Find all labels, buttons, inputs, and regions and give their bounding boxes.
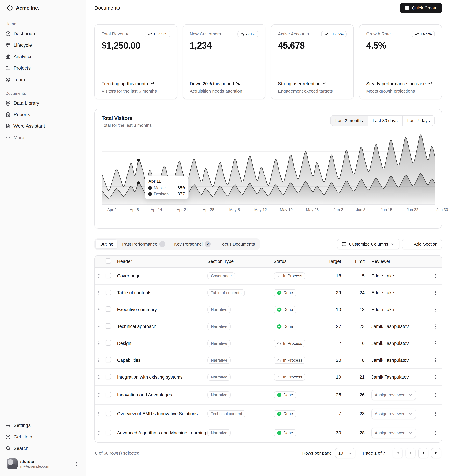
- row-checkbox[interactable]: [106, 357, 111, 362]
- row-menu-button[interactable]: [429, 411, 442, 417]
- first-page-button[interactable]: [393, 448, 403, 458]
- stat-value: 4.5%: [366, 40, 435, 51]
- limit-value[interactable]: 24: [346, 290, 369, 296]
- row-checkbox[interactable]: [106, 323, 111, 329]
- area-chart[interactable]: Apr 11 Mobile 350 Desktop 327: [101, 133, 435, 205]
- row-menu-button[interactable]: [429, 430, 442, 435]
- tab-outline[interactable]: Outline: [95, 239, 117, 249]
- assign-reviewer-select[interactable]: Assign reviewer: [371, 409, 416, 419]
- row-checkbox[interactable]: [106, 430, 111, 435]
- row-menu-button[interactable]: [429, 273, 442, 279]
- sidebar-item-team[interactable]: Team: [3, 74, 83, 85]
- add-section-button[interactable]: Add Section: [402, 239, 442, 250]
- limit-value[interactable]: 8: [346, 358, 369, 363]
- section-title[interactable]: Integration with existing systems: [117, 375, 183, 380]
- sidebar-item-lifecycle[interactable]: Lifecycle: [3, 40, 83, 51]
- sidebar-item-get-help[interactable]: Get Help: [3, 431, 83, 442]
- assign-reviewer-select[interactable]: Assign reviewer: [371, 390, 416, 400]
- limit-value[interactable]: 5: [346, 273, 369, 279]
- drag-handle[interactable]: [95, 273, 104, 279]
- row-menu-button[interactable]: [429, 307, 442, 312]
- section-title[interactable]: Innovation and Advantages: [117, 392, 172, 397]
- section-title[interactable]: Cover page: [117, 273, 141, 279]
- trend-up-icon: [322, 81, 326, 86]
- range-last-30-days[interactable]: Last 30 days: [368, 116, 402, 126]
- section-type-badge: Narrative: [207, 306, 231, 313]
- range-last-3-months[interactable]: Last 3 months: [331, 116, 367, 126]
- row-checkbox[interactable]: [106, 392, 111, 397]
- more-vertical-icon[interactable]: [74, 461, 79, 467]
- row-checkbox[interactable]: [106, 307, 111, 312]
- reviewer-name: Jamik Tashpulatov: [371, 358, 409, 363]
- range-last-7-days[interactable]: Last 7 days: [402, 116, 434, 126]
- section-title[interactable]: Table of contents: [117, 290, 151, 295]
- tab-key-personnel[interactable]: Key Personnel2: [170, 239, 215, 249]
- section-title[interactable]: Executive summary: [117, 307, 157, 312]
- rows-per-page-select[interactable]: 10: [335, 448, 355, 458]
- drag-handle[interactable]: [95, 375, 104, 380]
- sidebar-item-data-library[interactable]: Data Library: [3, 98, 83, 109]
- sidebar-item-reports[interactable]: Reports: [3, 109, 83, 120]
- row-checkbox[interactable]: [106, 273, 111, 278]
- tab-focus-documents[interactable]: Focus Documents: [216, 239, 259, 249]
- section-title[interactable]: Overview of EMR's Innovative Solutions: [117, 411, 198, 416]
- limit-value[interactable]: 16: [346, 341, 369, 346]
- drag-handle[interactable]: [95, 324, 104, 329]
- drag-handle[interactable]: [95, 341, 104, 346]
- target-value[interactable]: 18: [322, 273, 346, 279]
- customize-columns-button[interactable]: Customize Columns: [337, 239, 399, 250]
- assign-reviewer-select[interactable]: Assign reviewer: [371, 428, 416, 438]
- limit-value[interactable]: 23: [346, 411, 369, 417]
- row-checkbox[interactable]: [106, 374, 111, 379]
- drag-handle[interactable]: [95, 290, 104, 295]
- select-all-checkbox[interactable]: [106, 258, 111, 264]
- row-checkbox[interactable]: [106, 411, 111, 416]
- target-value[interactable]: 10: [322, 307, 346, 312]
- row-menu-button[interactable]: [429, 392, 442, 398]
- sidebar-item-dashboard[interactable]: Dashboard: [3, 28, 83, 39]
- user-menu[interactable]: shadcn m@example.com: [4, 456, 82, 472]
- section-title[interactable]: Advanced Algorithms and Machine Learning: [117, 430, 206, 435]
- sidebar-item-search[interactable]: Search: [3, 443, 83, 454]
- sidebar-item-projects[interactable]: Projects: [3, 63, 83, 74]
- target-value[interactable]: 27: [322, 324, 346, 329]
- row-menu-button[interactable]: [429, 324, 442, 329]
- org-switcher[interactable]: Acme Inc.: [4, 3, 42, 12]
- target-value[interactable]: 29: [322, 290, 346, 296]
- tab-past-performance[interactable]: Past Performance3: [118, 239, 169, 249]
- limit-value[interactable]: 13: [346, 307, 369, 312]
- target-value[interactable]: 25: [322, 392, 346, 398]
- row-menu-button[interactable]: [429, 290, 442, 296]
- drag-handle[interactable]: [95, 307, 104, 312]
- drag-handle[interactable]: [95, 358, 104, 363]
- drag-handle[interactable]: [95, 411, 104, 416]
- row-menu-button[interactable]: [429, 341, 442, 346]
- section-title[interactable]: Design: [117, 341, 131, 346]
- row-menu-button[interactable]: [429, 374, 442, 380]
- next-page-button[interactable]: [418, 448, 428, 458]
- limit-value[interactable]: 21: [346, 375, 369, 380]
- row-menu-button[interactable]: [429, 358, 442, 363]
- section-title[interactable]: Capabilities: [117, 358, 141, 363]
- sidebar-item-analytics[interactable]: Analytics: [3, 51, 83, 62]
- prev-page-button[interactable]: [405, 448, 416, 458]
- limit-value[interactable]: 26: [346, 392, 369, 398]
- limit-value[interactable]: 23: [346, 324, 369, 329]
- sidebar-item-settings[interactable]: Settings: [3, 420, 83, 431]
- section-title[interactable]: Technical approach: [117, 324, 156, 329]
- sidebar-item-more[interactable]: More: [3, 132, 83, 143]
- quick-create-button[interactable]: Quick Create: [400, 3, 442, 13]
- row-checkbox[interactable]: [106, 340, 111, 346]
- target-value[interactable]: 19: [322, 375, 346, 380]
- target-value[interactable]: 7: [322, 411, 346, 417]
- target-value[interactable]: 2: [322, 341, 346, 346]
- row-checkbox[interactable]: [106, 290, 111, 295]
- target-value[interactable]: 20: [322, 358, 346, 363]
- sidebar-item-word-assistant[interactable]: Word Assistant: [3, 121, 83, 132]
- drag-handle[interactable]: [95, 392, 104, 397]
- target-value[interactable]: 30: [322, 430, 346, 435]
- last-page-button[interactable]: [431, 448, 441, 458]
- drag-handle[interactable]: [95, 430, 104, 435]
- limit-value[interactable]: 28: [346, 430, 369, 435]
- rows-per-page-label: Rows per page: [302, 451, 332, 456]
